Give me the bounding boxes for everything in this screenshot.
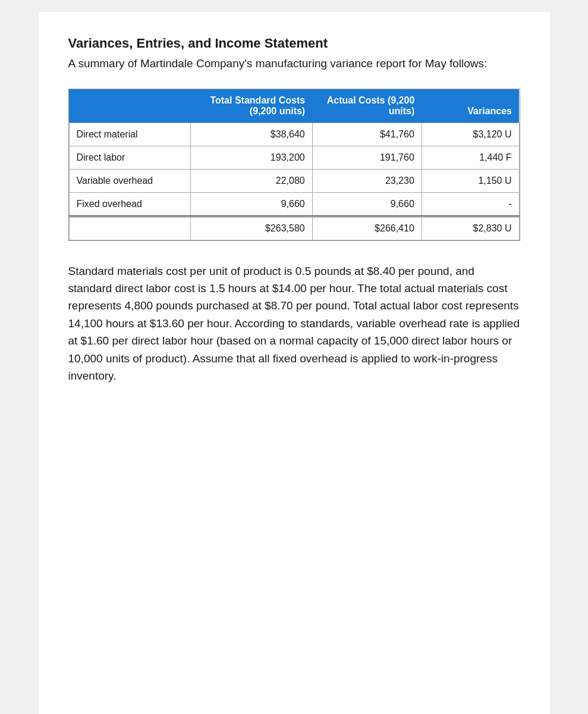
body-paragraph: Standard materials cost per unit of prod… — [68, 262, 520, 385]
table-total-row: $263,580 $266,410 $2,830 U — [69, 216, 519, 240]
row-label-variable-overhead: Variable overhead — [69, 169, 191, 192]
row-std-fixed-overhead: 9,660 — [191, 192, 313, 216]
row-std-direct-material: $38,640 — [191, 123, 313, 146]
row-variance-variable-overhead: 1,150 U — [422, 169, 519, 192]
table-row: Variable overhead 22,080 23,230 1,150 U — [69, 169, 519, 192]
row-variance-direct-labor: 1,440 F — [422, 146, 519, 169]
table-header-row: Total Standard Costs (9,200 units) Actua… — [69, 89, 519, 123]
row-label-fixed-overhead: Fixed overhead — [69, 192, 191, 216]
row-actual-direct-labor: 191,760 — [312, 146, 422, 169]
table-row: Direct material $38,640 $41,760 $3,120 U — [69, 123, 519, 146]
row-std-direct-labor: 193,200 — [191, 146, 313, 169]
variance-table-wrapper: Total Standard Costs (9,200 units) Actua… — [68, 89, 520, 241]
table-row: Direct labor 193,200 191,760 1,440 F — [69, 146, 519, 169]
header-label-col — [69, 89, 191, 123]
page-title: Variances, Entries, and Income Statement — [68, 36, 520, 51]
page-subtitle: A summary of Martindale Company's manufa… — [68, 56, 520, 72]
row-label-direct-labor: Direct labor — [69, 146, 191, 169]
total-row-actual: $266,410 — [312, 216, 422, 240]
row-actual-variable-overhead: 23,230 — [312, 169, 422, 192]
row-label-direct-material: Direct material — [69, 123, 191, 146]
variance-table: Total Standard Costs (9,200 units) Actua… — [69, 89, 520, 240]
header-actual-costs: Actual Costs (9,200 units) — [312, 89, 422, 123]
row-actual-direct-material: $41,760 — [312, 123, 422, 146]
total-row-std: $263,580 — [191, 216, 313, 240]
row-actual-fixed-overhead: 9,660 — [312, 192, 422, 216]
header-total-standard: Total Standard Costs (9,200 units) — [191, 89, 313, 123]
row-variance-direct-material: $3,120 U — [422, 123, 519, 146]
total-row-label — [69, 216, 191, 240]
header-variances: Variances — [422, 89, 519, 123]
table-row: Fixed overhead 9,660 9,660 - — [69, 192, 519, 216]
page-container: Variances, Entries, and Income Statement… — [39, 12, 550, 714]
total-row-variance: $2,830 U — [422, 216, 519, 240]
row-variance-fixed-overhead: - — [422, 192, 519, 216]
row-std-variable-overhead: 22,080 — [191, 169, 313, 192]
